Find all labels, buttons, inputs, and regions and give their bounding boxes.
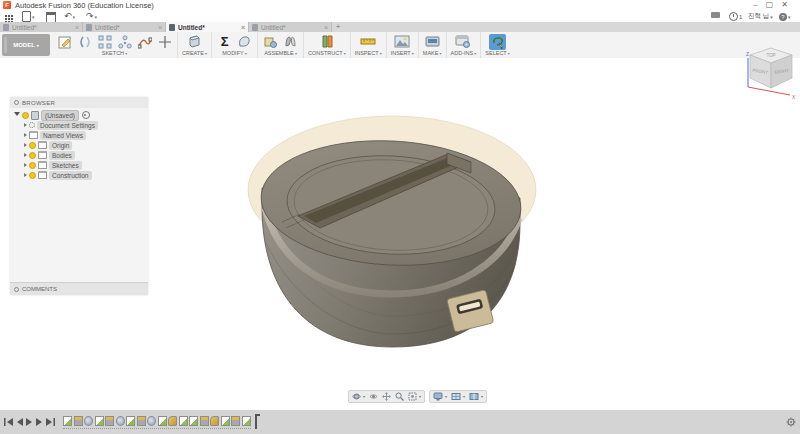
timeline-feature-fillet-icon[interactable]: [210, 416, 219, 426]
timeline-feature-revolve-icon[interactable]: [147, 416, 156, 426]
measure-ruler-icon[interactable]: [360, 34, 377, 50]
select-lasso-icon[interactable]: [489, 34, 506, 50]
viewports-icon[interactable]: ▾: [468, 392, 484, 401]
spline-icon[interactable]: [136, 34, 153, 50]
timeline-feature-fillet-icon[interactable]: [168, 416, 177, 426]
point-icon[interactable]: [156, 34, 173, 50]
visibility-bulb-icon[interactable]: [29, 162, 36, 169]
redo-button[interactable]: ↷▾: [86, 12, 97, 21]
mirror-icon[interactable]: [76, 34, 93, 50]
browser-item-bodies[interactable]: Bodies: [24, 150, 148, 160]
grid-layout-icon[interactable]: ▾: [450, 392, 466, 401]
group-label-modify[interactable]: MODIFY: [222, 50, 247, 57]
tab-untitled-2[interactable]: Untitled*×: [83, 22, 166, 32]
browser-item-construction[interactable]: Construction: [24, 170, 148, 180]
step-forward-icon[interactable]: [36, 418, 43, 426]
tab-untitled-1[interactable]: Untitled*×: [0, 22, 83, 32]
viewcube[interactable]: TOP FRONT RIGHT Z X: [742, 42, 800, 108]
create-sketch-icon[interactable]: [56, 34, 73, 50]
create-form-box-icon[interactable]: [186, 34, 203, 50]
data-panel-grid-icon[interactable]: [5, 12, 13, 20]
visibility-bulb-icon[interactable]: [22, 112, 29, 119]
help-menu[interactable]: ?▾: [779, 12, 791, 21]
comment-icon[interactable]: [711, 12, 720, 18]
maximize-button[interactable]: ▢: [766, 0, 782, 9]
browser-collapse-icon[interactable]: [14, 100, 19, 105]
look-at-icon[interactable]: [368, 392, 379, 401]
eye-icon[interactable]: [82, 111, 90, 119]
change-parameters-sigma-icon[interactable]: Σ: [216, 34, 233, 50]
construction-plane-icon[interactable]: [318, 34, 335, 50]
skip-to-start-icon[interactable]: [4, 418, 13, 426]
group-label-select[interactable]: SELECT: [485, 50, 510, 57]
tab-close-icon[interactable]: ×: [241, 24, 245, 31]
timeline-feature-revolve-icon[interactable]: [84, 416, 93, 426]
timeline-feature-extrude-icon[interactable]: [137, 416, 146, 426]
browser-header[interactable]: BROWSER: [10, 97, 148, 108]
rectangular-pattern-icon[interactable]: [96, 34, 113, 50]
visibility-bulb-icon[interactable]: [29, 172, 36, 179]
expand-triangle-icon[interactable]: [24, 173, 27, 177]
minimize-button[interactable]: –: [753, 0, 765, 9]
play-icon[interactable]: [26, 418, 33, 426]
group-label-construct[interactable]: CONSTRUCT: [308, 50, 346, 57]
notification-clock[interactable]: 1: [729, 12, 742, 21]
fit-icon[interactable]: ▾: [407, 392, 422, 401]
group-label-sketch[interactable]: SKETCH: [102, 50, 127, 57]
timeline-settings-gear-icon[interactable]: [786, 417, 796, 427]
step-back-icon[interactable]: [16, 418, 23, 426]
group-label-addins[interactable]: ADD-INS: [451, 50, 477, 57]
group-label-create[interactable]: CREATE: [182, 50, 207, 57]
timeline-feature-sketch-icon[interactable]: [189, 416, 198, 426]
file-menu[interactable]: ▾: [22, 12, 35, 21]
pan-icon[interactable]: [381, 392, 392, 401]
insert-image-icon[interactable]: [394, 34, 411, 50]
timeline-feature-sketch-icon[interactable]: [158, 416, 167, 426]
timeline-feature-sketch-icon[interactable]: [63, 416, 72, 426]
tab-close-icon[interactable]: ×: [158, 24, 162, 31]
expand-triangle-icon[interactable]: [24, 143, 27, 147]
browser-item-origin[interactable]: Origin: [24, 140, 148, 150]
user-account-menu[interactable]: 진혁 님▾: [748, 12, 773, 21]
make-3dprint-icon[interactable]: [424, 34, 441, 50]
timeline-position-marker[interactable]: [255, 415, 257, 429]
visibility-bulb-icon[interactable]: [29, 142, 36, 149]
browser-item-named-views[interactable]: Named Views: [24, 130, 148, 140]
browser-item-document-settings[interactable]: Document Settings: [24, 120, 148, 130]
new-component-icon[interactable]: [262, 34, 279, 50]
new-tab-button[interactable]: +: [332, 22, 344, 32]
tab-close-icon[interactable]: ×: [75, 24, 79, 31]
press-pull-icon[interactable]: [236, 34, 253, 50]
comments-bar[interactable]: COMMENTS: [10, 282, 148, 295]
skip-to-end-icon[interactable]: [46, 418, 55, 426]
timeline-feature-extrude-icon[interactable]: [105, 416, 114, 426]
timeline-feature-sketch-icon[interactable]: [242, 416, 251, 426]
group-label-insert[interactable]: INSERT: [391, 50, 414, 57]
expand-triangle-icon[interactable]: [24, 163, 27, 167]
viewport-canvas[interactable]: TOP FRONT RIGHT Z X BROWSER (Unsaved) Do…: [0, 58, 800, 410]
group-label-make[interactable]: MAKE: [423, 50, 442, 57]
timeline-feature-sketch-icon[interactable]: [126, 416, 135, 426]
timeline-feature-extrude-icon[interactable]: [231, 416, 240, 426]
group-label-inspect[interactable]: INSPECT: [355, 50, 382, 57]
tab-close-icon[interactable]: ×: [324, 24, 328, 31]
close-button[interactable]: ✕: [781, 0, 796, 9]
joint-icon[interactable]: [282, 34, 299, 50]
circular-pattern-icon[interactable]: [116, 34, 133, 50]
expand-triangle-icon[interactable]: [14, 112, 20, 118]
display-settings-icon[interactable]: ▾: [432, 392, 448, 401]
browser-item-sketches[interactable]: Sketches: [24, 160, 148, 170]
tab-untitled-3-active[interactable]: Untitled*×: [166, 22, 249, 32]
browser-root-item[interactable]: (Unsaved): [14, 110, 148, 120]
expand-triangle-icon[interactable]: [24, 123, 27, 127]
timeline-feature-revolve-icon[interactable]: [116, 416, 125, 426]
workspace-selector[interactable]: MODEL: [2, 34, 50, 56]
visibility-bulb-icon[interactable]: [29, 152, 36, 159]
timeline-feature-extrude-icon[interactable]: [74, 416, 83, 426]
zoom-icon[interactable]: [394, 392, 405, 401]
timeline-feature-extrude-icon[interactable]: [200, 416, 209, 426]
undo-button[interactable]: ↶▾: [64, 12, 75, 21]
tab-untitled-4[interactable]: Untitled*×: [249, 22, 332, 32]
scripts-addins-icon[interactable]: [455, 34, 472, 50]
timeline-feature-sketch-icon[interactable]: [95, 416, 104, 426]
